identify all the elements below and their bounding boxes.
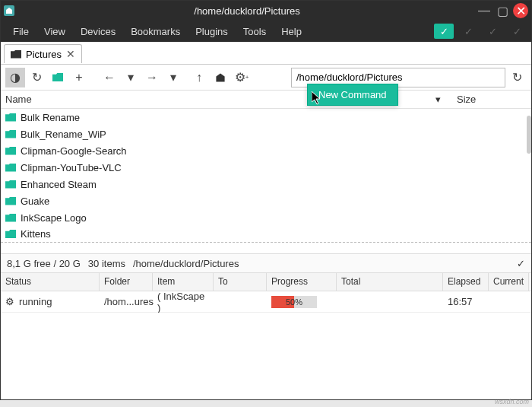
toolbar: ◑ ↻ + ← ▾ → ▾ ↑ ⚙+ ↻ <box>1 65 531 91</box>
tab-label: Pictures <box>26 49 62 60</box>
file-list: Bulk Rename Bulk_Rename_WiP Clipman-Goog… <box>1 109 531 253</box>
gear-icon: ⚙ <box>5 296 14 307</box>
folder-icon <box>5 180 16 189</box>
watermark: wsxdn.com <box>495 398 529 405</box>
window-close-button[interactable]: ✕ <box>513 3 528 18</box>
th-status[interactable]: Status <box>1 273 100 291</box>
titlebar: /home/ducklord/Pictures — ▢ ✕ <box>1 1 531 21</box>
status-free: 8,1 G free / 20 G <box>7 258 81 269</box>
statusbar: 8,1 G free / 20 G 30 items /home/ducklor… <box>1 253 531 273</box>
settings-button[interactable]: ⚙+ <box>232 68 252 87</box>
task-folder: /hom...ures <box>100 296 153 307</box>
nav-up-button[interactable]: ↑ <box>189 68 209 87</box>
scrollbar[interactable] <box>527 116 531 154</box>
th-folder[interactable]: Folder <box>100 273 153 291</box>
folder-icon <box>5 214 16 222</box>
nav-forward-button[interactable]: → <box>142 68 162 87</box>
menu-devices[interactable]: Devices <box>73 23 123 40</box>
app-icon <box>4 5 14 16</box>
menu-view[interactable]: View <box>36 23 73 40</box>
menu-file[interactable]: File <box>5 23 36 40</box>
reload-button[interactable]: ↻ <box>27 68 46 87</box>
refresh-button[interactable]: ↻ <box>507 68 527 87</box>
window-title: /home/ducklord/Pictures <box>21 5 473 17</box>
task-area <box>1 313 531 399</box>
folder-icon <box>5 197 16 205</box>
task-item: ( InkScape ) <box>153 291 214 313</box>
list-item[interactable]: Clipman-Google-Search <box>1 142 531 159</box>
sort-indicator-icon[interactable]: ▾ <box>426 94 449 105</box>
nav-forward-dropdown[interactable]: ▾ <box>163 68 183 87</box>
folder-icon <box>5 147 16 155</box>
menu-bookmarks[interactable]: Bookmarks <box>123 23 188 40</box>
nav-back-button[interactable]: ← <box>100 68 119 87</box>
menu-help[interactable]: Help <box>274 23 309 40</box>
folder-icon <box>5 130 16 138</box>
check-4-icon[interactable]: ✓ <box>507 24 527 39</box>
progress-bar: 50% <box>271 296 317 308</box>
folder-icon <box>11 50 21 59</box>
open-folder-button[interactable] <box>48 68 68 87</box>
toggle-sidebar-button[interactable]: ◑ <box>5 68 25 87</box>
th-item[interactable]: Item <box>153 273 214 291</box>
folder-icon <box>5 230 16 238</box>
list-item[interactable]: Bulk Rename <box>1 109 531 126</box>
list-item[interactable]: Clipman-YouTube-VLC <box>1 159 531 176</box>
task-elapsed: 16:57 <box>443 296 489 307</box>
check-2-icon[interactable]: ✓ <box>458 24 478 39</box>
th-total[interactable]: Total <box>337 273 443 291</box>
window-minimize-button[interactable]: — <box>477 3 492 18</box>
list-item[interactable]: Bulk_Rename_WiP <box>1 126 531 142</box>
check-3-icon[interactable]: ✓ <box>483 24 502 39</box>
tabbar: Pictures ✕ <box>1 42 531 65</box>
menubar: File View Devices Bookmarks Plugins Tool… <box>1 21 531 42</box>
th-elapsed[interactable]: Elapsed <box>443 273 489 291</box>
status-path: /home/ducklord/Pictures <box>133 258 239 269</box>
task-progress: 50% <box>267 296 337 308</box>
column-size[interactable]: Size <box>449 94 476 105</box>
nav-back-dropdown[interactable]: ▾ <box>121 68 141 87</box>
list-item[interactable]: Enhanced Steam <box>1 176 531 192</box>
list-item[interactable]: InkScape Logo <box>1 209 531 226</box>
tasks-header: Status Folder Item To Progress Total Ela… <box>1 273 531 291</box>
th-current[interactable]: Current <box>489 273 529 291</box>
column-headers: Name ▾ Size <box>1 91 531 109</box>
folder-icon <box>5 164 16 172</box>
th-to[interactable]: To <box>214 273 267 291</box>
th-progress[interactable]: Progress <box>267 273 337 291</box>
list-item[interactable]: Kittens <box>1 226 531 243</box>
check-1-icon[interactable]: ✓ <box>434 24 454 39</box>
tab-close-icon[interactable]: ✕ <box>66 48 75 60</box>
task-status: ⚙ running <box>1 296 100 307</box>
status-check-icon: ✓ <box>517 258 525 269</box>
tab-pictures[interactable]: Pictures ✕ <box>4 44 82 63</box>
menu-tools[interactable]: Tools <box>236 23 274 40</box>
window-maximize-button[interactable]: ▢ <box>495 3 510 18</box>
folder-icon <box>5 113 16 122</box>
add-button[interactable]: + <box>69 68 89 87</box>
status-items: 30 items <box>88 258 125 269</box>
list-item[interactable]: Guake <box>1 192 531 209</box>
task-row[interactable]: ⚙ running /hom...ures ( InkScape ) 50% 1… <box>1 291 531 313</box>
cursor-icon <box>312 91 324 107</box>
menu-plugins[interactable]: Plugins <box>188 23 236 40</box>
nav-home-button[interactable] <box>211 68 230 87</box>
